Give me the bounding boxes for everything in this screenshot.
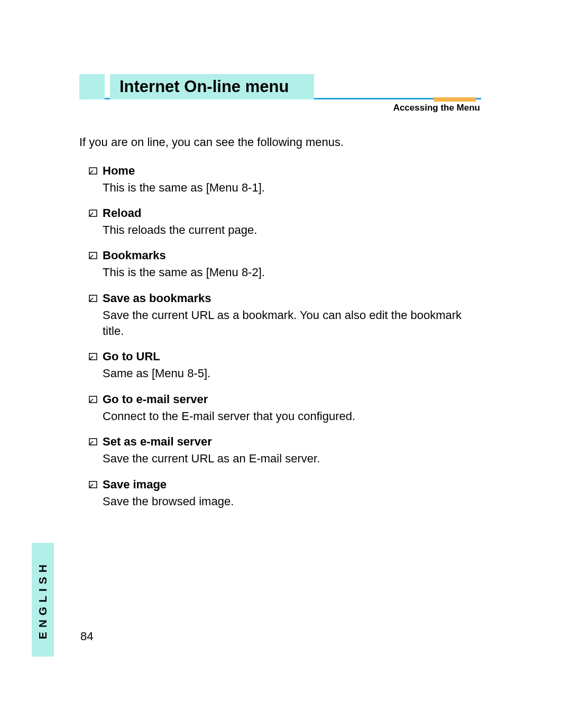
bullet-icon xyxy=(89,353,97,360)
menu-item-head: Go to URL xyxy=(89,350,502,363)
bullet-icon xyxy=(89,481,97,488)
title-decor-square xyxy=(79,74,105,99)
page-title: Internet On-line menu xyxy=(119,77,289,96)
title-bar: Internet On-line menu xyxy=(79,74,481,99)
menu-item: Save image Save the browsed image. xyxy=(79,478,502,509)
menu-item: Go to e-mail server Connect to the E-mai… xyxy=(79,393,502,424)
menu-item: Home This is the same as [Menu 8-1]. xyxy=(79,164,502,196)
menu-item: Save as bookmarks Save the current URL a… xyxy=(79,292,502,340)
bullet-icon xyxy=(89,252,97,259)
menu-item-desc: Save the browsed image. xyxy=(103,494,483,509)
page-number: 84 xyxy=(80,630,93,643)
menu-item-desc: This reloads the current page. xyxy=(103,222,483,238)
menu-item-label: Save image xyxy=(103,478,167,492)
menu-item: Set as e-mail server Save the current UR… xyxy=(79,435,502,467)
bullet-icon xyxy=(89,167,97,175)
menu-item-label: Go to URL xyxy=(103,350,160,363)
bullet-icon xyxy=(89,396,97,403)
menu-item-label: Bookmarks xyxy=(103,249,166,262)
menu-item-head: Save image xyxy=(89,478,502,492)
title-accent-bar xyxy=(434,97,476,102)
menu-item: Bookmarks This is the same as [Menu 8-2]… xyxy=(79,249,502,280)
title-block: Internet On-line menu Accessing the Menu xyxy=(79,74,502,113)
menu-item-head: Set as e-mail server xyxy=(89,435,502,449)
menu-item-head: Save as bookmarks xyxy=(89,292,502,305)
bullet-icon xyxy=(89,210,97,217)
menu-item-label: Go to e-mail server xyxy=(103,393,208,406)
page: Internet On-line menu Accessing the Menu… xyxy=(0,0,571,728)
menu-item-desc: Connect to the E-mail server that you co… xyxy=(103,408,483,424)
menu-item-desc: Same as [Menu 8-5]. xyxy=(103,366,483,381)
menu-item: Reload This reloads the current page. xyxy=(79,206,502,238)
menu-item-desc: Save the current URL as a bookmark. You … xyxy=(103,307,483,340)
menu-item-head: Bookmarks xyxy=(89,249,502,262)
page-subtitle: Accessing the Menu xyxy=(79,103,481,113)
menu-item-head: Go to e-mail server xyxy=(89,393,502,406)
intro-text: If you are on line, you can see the foll… xyxy=(79,134,502,150)
menu-item-label: Reload xyxy=(103,206,141,220)
language-tab: ENGLISH xyxy=(32,543,54,657)
menu-item-desc: This is the same as [Menu 8-1]. xyxy=(103,180,483,196)
bullet-icon xyxy=(89,295,97,302)
menu-item-head: Reload xyxy=(89,206,502,220)
menu-item-label: Home xyxy=(103,164,135,178)
menu-item: Go to URL Same as [Menu 8-5]. xyxy=(79,350,502,381)
bullet-icon xyxy=(89,438,97,445)
menu-item-desc: Save the current URL as an E-mail server… xyxy=(103,451,483,467)
menu-item-head: Home xyxy=(89,164,502,178)
language-tab-text: ENGLISH xyxy=(36,560,49,639)
title-text-wrap: Internet On-line menu xyxy=(110,74,314,99)
menu-item-label: Set as e-mail server xyxy=(103,435,212,449)
menu-item-desc: This is the same as [Menu 8-2]. xyxy=(103,265,483,280)
menu-item-label: Save as bookmarks xyxy=(103,292,211,305)
